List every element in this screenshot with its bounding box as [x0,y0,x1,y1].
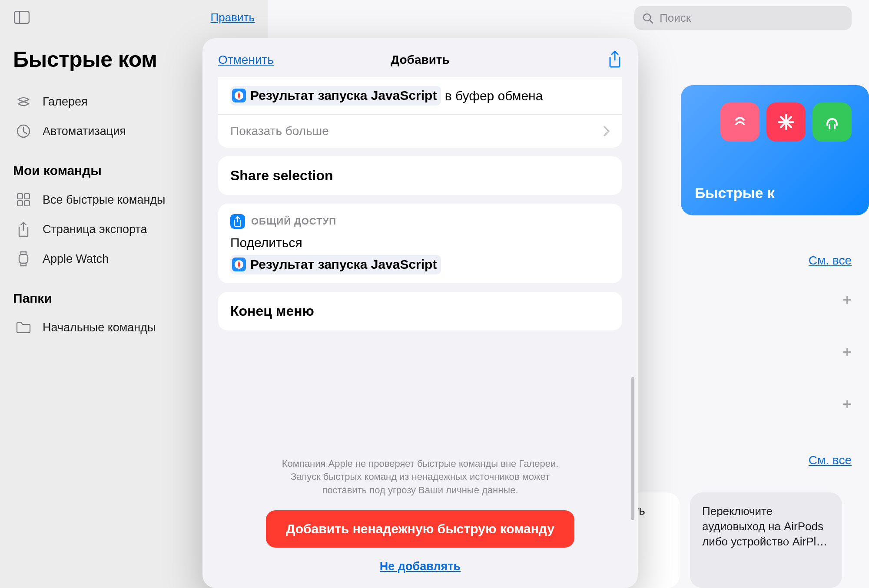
share-header-label: ОБЩИЙ ДОСТУП [251,216,336,227]
edit-button[interactable]: Править [211,11,255,24]
safari-icon [232,258,246,271]
add-shortcut-modal: Отменить Добавить Результат запуска Java… [202,38,638,588]
show-more-label: Показать больше [230,124,329,138]
see-all-link[interactable]: См. все [809,254,852,268]
share-icon [15,221,32,238]
cancel-button[interactable]: Отменить [218,53,274,67]
action-card-share: ОБЩИЙ ДОСТУП Поделиться Результат запуск… [218,204,622,283]
tile-shortcuts[interactable]: Быстрые к [681,85,869,215]
tile-app-icon [720,102,760,142]
svg-rect-4 [24,194,30,199]
chip-label: Результат запуска JavaScript [250,87,437,105]
plus-icon[interactable]: + [842,343,852,361]
chevron-right-icon [603,126,610,137]
sidebar-toggle-icon[interactable] [13,9,30,26]
folder-icon [15,319,32,336]
action-card-clipboard: Результат запуска JavaScript в буфер обм… [218,77,622,148]
svg-rect-0 [14,11,29,23]
search-input[interactable]: Поиск [634,6,852,30]
action-row: Поделиться Результат запуска JavaScript [218,230,622,283]
svg-rect-3 [17,194,23,199]
plus-icon[interactable]: + [842,395,852,413]
safari-icon [232,89,246,102]
chip-label: Результат запуска JavaScript [250,256,437,274]
sidebar-item-label: Все быстрые команды [43,193,166,207]
warning-text: Компания Apple не проверяет быстрые кома… [268,457,572,497]
variable-chip[interactable]: Результат запуска JavaScript [230,86,441,106]
gallery-icon [15,93,32,110]
share-header: ОБЩИЙ ДОСТУП [218,204,622,230]
sidebar-item-label: Начальные команды [43,321,156,334]
share-action-label: Поделиться [230,234,610,252]
card-audio[interactable]: Переключите аудиовыход на AirPods либо у… [690,492,842,588]
section-label: Share selection [218,156,622,195]
share-icon[interactable] [607,50,622,69]
svg-line-9 [650,20,653,23]
tile-label: Быстрые к [695,185,775,202]
add-untrusted-button[interactable]: Добавить ненадежную быструю команду [266,510,574,548]
watch-icon [15,250,32,268]
modal-body[interactable]: Результат запуска JavaScript в буфер обм… [202,77,638,453]
show-more-button[interactable]: Показать больше [218,114,622,148]
plus-icon[interactable]: + [842,291,852,309]
grid-icon [15,191,32,208]
skip-button[interactable]: Не добавлять [220,560,620,573]
scrollbar[interactable] [631,377,634,520]
clock-icon [15,122,32,140]
see-all-link[interactable]: См. все [809,453,852,467]
svg-rect-5 [17,201,23,206]
variable-chip[interactable]: Результат запуска JavaScript [230,255,441,274]
svg-rect-6 [24,201,30,206]
action-row: Результат запуска JavaScript в буфер обм… [218,77,622,114]
search-placeholder: Поиск [660,11,691,25]
modal-footer: Компания Apple не проверяет быстрые кома… [202,453,638,588]
sidebar-item-label: Apple Watch [43,252,109,266]
share-app-icon [230,214,245,229]
tile-app-icon [813,102,852,142]
action-text: в буфер обмена [441,89,543,103]
section-end-menu: Конец меню [218,292,622,330]
tile-app-icon [766,102,806,142]
section-share-selection: Share selection [218,156,622,195]
sidebar-item-label: Автоматизация [43,125,126,138]
sidebar-item-label: Галерея [43,95,88,109]
modal-header: Отменить Добавить [202,38,638,77]
svg-rect-7 [19,254,28,263]
card-label: Переключите аудиовыход на AirPods либо у… [702,505,827,548]
search-icon [642,13,653,24]
sidebar-item-label: Страница экспорта [43,223,147,236]
section-label: Конец меню [218,292,622,330]
